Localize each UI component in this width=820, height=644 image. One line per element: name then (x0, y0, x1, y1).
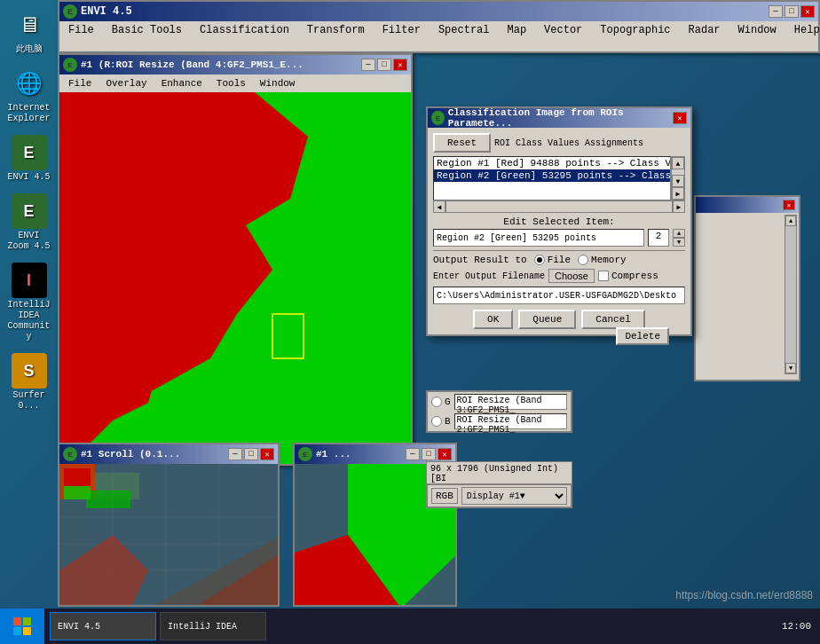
file-radio-label[interactable]: File (534, 255, 571, 265)
v-scroll-thumb[interactable] (785, 226, 796, 363)
classif-close-btn[interactable]: ✕ (673, 112, 687, 124)
roi-title-icon: E (63, 58, 77, 72)
reset-button[interactable]: Reset (433, 133, 491, 153)
taskbar: ENVI 4.5 IntelliJ IDEA 12:00 (0, 609, 820, 644)
filename-row: Enter Output Filename Choose Compress (433, 269, 685, 283)
intellij-icon: I (12, 263, 47, 298)
roi-menu-file[interactable]: File (63, 77, 97, 90)
desktop-icon-intellij[interactable]: I IntelliJ IDEA Community (4, 259, 54, 346)
edit-region-input[interactable]: Region #2 [Green] 53295 points (433, 229, 644, 247)
svg-rect-25 (13, 627, 21, 635)
queue-button[interactable]: Queue (518, 310, 576, 329)
g-radio-label[interactable]: G (431, 397, 451, 407)
region-listbox[interactable]: Region #1 [Red] 94888 points --> Class V… (433, 156, 671, 200)
h-scroll-right[interactable]: ▶ (673, 200, 685, 213)
listbox-item-region1[interactable]: Region #1 [Red] 94888 points --> Class V (434, 157, 670, 169)
computer-label: 此电脑 (16, 44, 43, 55)
menu-filter[interactable]: Filter (377, 23, 426, 37)
memory-radio[interactable] (578, 255, 588, 265)
partial-win-controls: ✕ (783, 200, 795, 210)
vertical-scrollbar[interactable]: ▲ ▼ (785, 215, 797, 374)
scroll-maximize-btn[interactable]: □ (244, 448, 258, 460)
roi-title-text: #1 (R:ROI Resize (Band 4:GF2_PMS1_E... (81, 59, 304, 70)
roi-assignments-label: ROI Class Values Assignments (494, 138, 643, 148)
minimize-btn[interactable]: ─ (769, 5, 783, 18)
filepath-input[interactable]: C:\Users\Administrator.USER-USFGADMG2D\D… (433, 287, 685, 304)
taskbar-intellij-item[interactable]: IntelliJ IDEA (160, 612, 266, 640)
close-btn[interactable]: ✕ (800, 5, 815, 18)
maximize-btn[interactable]: □ (785, 5, 799, 18)
g-band-input[interactable]: ROI Resize (Band 3:GF2_PMS1_ (454, 394, 567, 410)
v-scroll-down[interactable]: ▼ (785, 363, 796, 373)
scroll-minimize-btn[interactable]: ─ (228, 448, 242, 460)
envi-title-icon: E (63, 4, 77, 19)
taskbar-envi-label: ENVI 4.5 (58, 622, 100, 632)
scroll-down-arrow[interactable]: ▼ (672, 175, 684, 187)
roi-menu-window[interactable]: Window (255, 77, 301, 90)
roi-menu-tools[interactable]: Tools (211, 77, 251, 90)
menu-help[interactable]: Help (789, 23, 820, 37)
taskbar-envi-item[interactable]: ENVI 4.5 (50, 612, 156, 640)
roi-resize-titlebar: E #1 (R:ROI Resize (Band 4:GF2_PMS1_E...… (59, 55, 411, 75)
delete-button[interactable]: Delete (616, 327, 669, 345)
compress-checkbox-label[interactable]: Compress (598, 271, 658, 281)
listbox-item-region2[interactable]: Region #2 [Green] 53295 points --> Class (434, 169, 670, 182)
menu-vector[interactable]: Vector (539, 23, 587, 37)
svg-rect-10 (64, 486, 91, 499)
memory-radio-label[interactable]: Memory (578, 255, 627, 265)
desktop-icon-envi[interactable]: E ENVI 4.5 (4, 131, 54, 186)
roi-menu-overlay[interactable]: Overlay (100, 77, 152, 90)
spin-down-btn[interactable]: ▼ (673, 238, 685, 247)
subwin2-minimize-btn[interactable]: ─ (406, 448, 420, 460)
spin-up-btn[interactable]: ▲ (673, 229, 685, 238)
edit-num-input[interactable]: 2 (648, 229, 669, 247)
menu-transform[interactable]: Transform (302, 23, 370, 37)
start-button[interactable] (0, 609, 44, 644)
subwin2-maximize-btn[interactable]: □ (422, 448, 436, 460)
action-buttons-row: OK Queue Cancel (433, 310, 685, 329)
display-select[interactable]: Display #1▼ (461, 487, 567, 505)
choose-button[interactable]: Choose (548, 269, 595, 283)
b-radio[interactable] (431, 416, 442, 427)
menu-file[interactable]: File (63, 23, 99, 37)
b-radio-label[interactable]: B (431, 416, 451, 427)
envi-title-controls: ─ □ ✕ (769, 5, 815, 18)
desktop-icon-ie[interactable]: 🌐 Internet Explorer (4, 62, 54, 128)
subwin2-close-btn[interactable]: ✕ (438, 448, 452, 460)
compress-label: Compress (611, 271, 658, 281)
envi-label: ENVI 4.5 (7, 172, 50, 183)
menu-topographic[interactable]: Topographic (595, 23, 675, 37)
file-radio[interactable] (534, 255, 545, 265)
roi-close-btn[interactable]: ✕ (393, 59, 407, 71)
edit-selected-label: Edit Selected Item: (433, 216, 685, 227)
menu-classification[interactable]: Classification (194, 23, 295, 37)
roi-menu-enhance[interactable]: Enhance (156, 77, 208, 90)
desktop-icon-surfer[interactable]: S Surfer 0... (4, 349, 54, 415)
partial-close-btn[interactable]: ✕ (783, 200, 795, 210)
b-band-input[interactable]: ROI Resize (Band 2:GF2_PMS1_ (454, 413, 567, 429)
roi-minimize-btn[interactable]: ─ (361, 59, 375, 71)
classif-body: Reset ROI Class Values Assignments Regio… (428, 128, 690, 334)
envi-icon: E (12, 135, 47, 170)
menu-map[interactable]: Map (502, 23, 532, 37)
compress-checkbox[interactable] (598, 271, 609, 281)
roi-maximize-btn[interactable]: □ (377, 59, 391, 71)
surfer-icon: S (12, 353, 47, 389)
menu-window[interactable]: Window (733, 23, 782, 37)
roi-svg-image (59, 92, 411, 464)
scroll-up-arrow[interactable]: ▲ (672, 157, 684, 169)
scroll-right-arrow[interactable]: ▶ (672, 187, 684, 200)
h-scroll-left[interactable]: ◀ (433, 200, 445, 213)
g-radio[interactable] (431, 397, 442, 407)
envi-title-text: ENVI 4.5 (81, 5, 132, 18)
desktop-icon-envi-zoom[interactable]: E ENVI Zoom 4.5 (4, 190, 54, 255)
cancel-button[interactable]: Cancel (581, 310, 645, 329)
menu-spectral[interactable]: Spectral (433, 23, 495, 37)
menu-radar[interactable]: Radar (683, 23, 726, 37)
scroll-close-btn[interactable]: ✕ (260, 448, 274, 460)
v-scroll-up[interactable]: ▲ (785, 216, 796, 226)
ok-button[interactable]: OK (473, 310, 513, 329)
desktop-icon-computer[interactable]: 🖥 此电脑 (4, 4, 54, 59)
menu-basic-tools[interactable]: Basic Tools (106, 23, 187, 37)
windows-logo-icon (13, 617, 31, 635)
